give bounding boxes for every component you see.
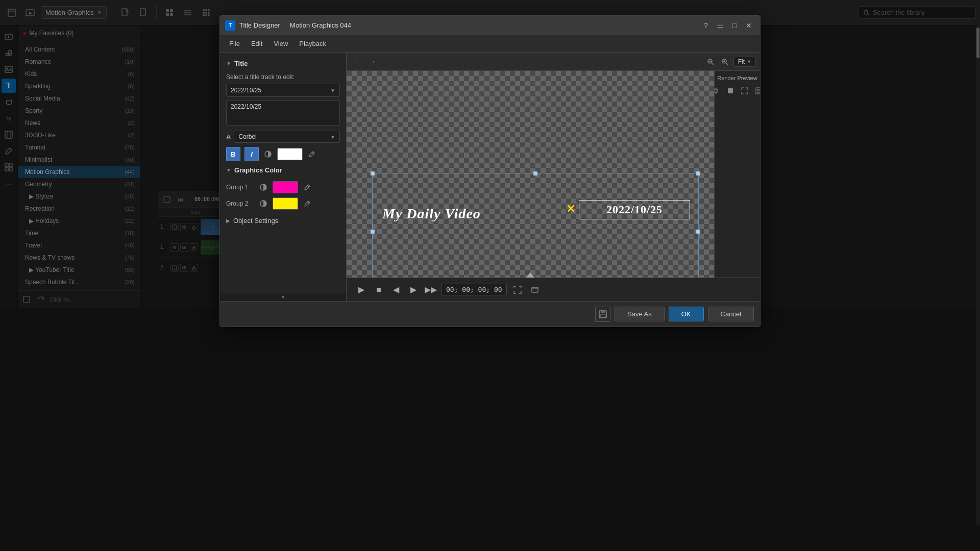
stop-btn[interactable]: ■ — [372, 283, 385, 296]
modal-close-btn[interactable]: ✕ — [743, 19, 755, 32]
modal-menubar: File Edit View Playback — [220, 35, 760, 53]
back-btn[interactable]: ← — [351, 56, 363, 68]
modal-minimize-btn[interactable]: ▭ — [714, 19, 726, 32]
graphics-arrow-icon: ▼ — [226, 167, 231, 173]
handle-tr[interactable] — [696, 171, 700, 176]
title-main-text: My Daily Video — [382, 206, 481, 221]
playhead-indicator — [526, 272, 534, 278]
menu-playback[interactable]: Playback — [294, 38, 331, 49]
handle-ml[interactable] — [371, 230, 375, 234]
title-track-dropdown[interactable]: 2022/10/25 ▼ — [226, 84, 340, 97]
font-name: Corbel — [238, 133, 256, 140]
handle-mr[interactable] — [696, 230, 700, 234]
svg-line-58 — [712, 63, 714, 65]
step-back-btn[interactable]: ◀ — [389, 283, 403, 296]
group2-row: Group 2 — [226, 195, 340, 212]
save-icon-btn[interactable] — [595, 307, 610, 322]
title-arrow-icon: ▼ — [226, 61, 231, 66]
play-btn[interactable]: ▶ — [355, 283, 368, 296]
zoom-level: Fit — [738, 58, 745, 65]
group1-opacity-icon — [258, 182, 268, 192]
graphics-color-section: Group 1 — [224, 177, 342, 214]
canvas-container[interactable]: My Daily Video ✕ 2022/10/25 — [347, 71, 714, 278]
title-section-label: Title — [234, 60, 248, 67]
title-designer-modal: T Title Designer | Motion Graphics 044 ?… — [219, 15, 761, 327]
track-select-label: Select a title track to edit: — [226, 73, 340, 81]
cancel-btn[interactable]: Cancel — [708, 307, 754, 321]
group1-eyedropper[interactable] — [302, 182, 312, 192]
canvas-date-text: 2022/10/25 — [606, 203, 663, 216]
ok-btn[interactable]: OK — [669, 307, 704, 321]
group2-color-swatch[interactable] — [273, 197, 298, 210]
project-name: Motion Graphics 044 — [290, 21, 351, 29]
playhead-triangle — [526, 272, 534, 278]
modal-maximize-btn[interactable]: □ — [728, 19, 741, 32]
title-section-header[interactable]: ▼ Title — [224, 57, 342, 70]
bold-label: B — [231, 151, 235, 158]
svg-rect-72 — [601, 311, 605, 313]
style-row: B I — [224, 145, 342, 163]
text-color-swatch[interactable] — [277, 148, 303, 160]
menu-file[interactable]: File — [224, 38, 245, 49]
object-settings-header[interactable]: ▶ Object Settings — [224, 214, 342, 228]
group1-color-swatch[interactable] — [273, 181, 298, 193]
zoom-dropdown[interactable]: Fit ▼ — [733, 57, 756, 67]
svg-rect-69 — [532, 287, 538, 292]
render-icons — [710, 85, 761, 96]
modal-title-icon: T — [225, 20, 235, 31]
menu-view[interactable]: View — [268, 38, 293, 49]
font-dropdown[interactable]: Corbel ▼ — [234, 131, 340, 143]
handle-tc[interactable] — [533, 171, 537, 176]
menu-edit[interactable]: Edit — [246, 38, 267, 49]
render-stop-icon[interactable] — [725, 85, 736, 96]
group2-label: Group 2 — [226, 200, 254, 207]
fullscreen-btn[interactable] — [511, 283, 524, 296]
props-scroll-down[interactable]: ▼ — [220, 293, 346, 301]
title-text-input[interactable]: 2022/10/25 — [226, 100, 340, 126]
zoom-in-btn[interactable] — [719, 56, 730, 67]
track-dropdown-value: 2022/10/25 — [231, 87, 261, 94]
italic-btn[interactable]: I — [244, 147, 259, 161]
graphics-section-header[interactable]: ▼ Graphics Color — [224, 163, 342, 177]
settings-btn[interactable] — [528, 283, 542, 296]
opacity-icon — [263, 149, 273, 159]
canvas-x-mark: ✕ — [566, 203, 575, 216]
group1-row: Group 1 — [226, 179, 340, 195]
zoom-arrow-icon: ▼ — [747, 59, 751, 64]
properties-panel: ▼ Title Select a title track to edit: 20… — [220, 53, 347, 301]
bold-btn[interactable]: B — [226, 147, 240, 161]
modal-overlay: T Title Designer | Motion Graphics 044 ?… — [0, 0, 980, 551]
selection-box[interactable] — [372, 173, 699, 278]
render-preview-label: Render Preview — [717, 75, 757, 81]
font-dropdown-arrow: ▼ — [330, 134, 335, 140]
canvas-title-text: My Daily Video — [382, 206, 481, 222]
title-track-row: Select a title track to edit: 2022/10/25… — [224, 70, 342, 129]
modal-help-btn[interactable]: ? — [700, 19, 712, 32]
timecode-display: 00; 00; 00; 00 — [442, 284, 507, 295]
canvas-date-box[interactable]: 2022/10/25 — [579, 200, 690, 219]
modal-body: ▼ Title Select a title track to edit: 20… — [220, 53, 760, 301]
eyedropper-icon[interactable] — [307, 149, 317, 159]
zoom-out-btn[interactable] — [705, 56, 716, 67]
preview-area: ← → — [347, 53, 760, 301]
forward-btn[interactable]: → — [366, 56, 378, 68]
window-title: Title Designer — [239, 21, 280, 29]
italic-label: I — [251, 151, 253, 158]
render-expand-icon[interactable] — [739, 85, 750, 96]
render-preview-sidebar: Render Preview — [714, 71, 760, 278]
step-forward-btn[interactable]: ▶ — [407, 283, 420, 296]
svg-rect-64 — [728, 88, 733, 93]
modal-icon-label: T — [229, 22, 232, 28]
modal-titlebar: T Title Designer | Motion Graphics 044 ?… — [220, 16, 760, 35]
graphics-color-label: Graphics Color — [234, 166, 282, 174]
save-as-btn[interactable]: Save As — [615, 307, 665, 321]
handle-tl[interactable] — [371, 171, 375, 176]
render-menu-icon[interactable] — [753, 85, 761, 96]
group2-opacity-icon — [258, 198, 268, 209]
playback-area: ▶ ■ ◀ ▶ ▶▶ 00; 00; 00; 00 — [347, 278, 760, 301]
fast-forward-btn[interactable]: ▶▶ — [424, 283, 437, 296]
modal-controls: ? ▭ □ ✕ — [700, 19, 755, 32]
group2-eyedropper[interactable] — [302, 198, 312, 209]
dropdown-arrow-icon: ▼ — [330, 88, 335, 93]
object-settings-label: Object Settings — [233, 217, 278, 224]
